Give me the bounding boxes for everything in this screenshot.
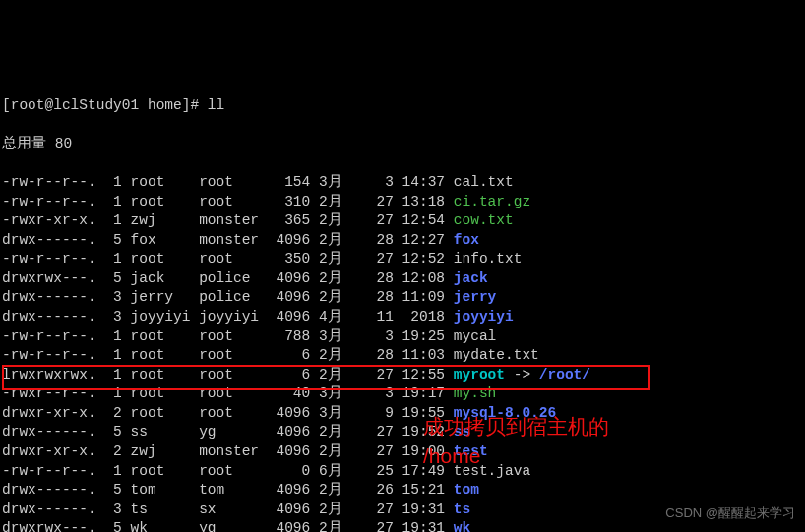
file-meta: lrwxrwxrwx. 1 root root 6 2月 27 12:55 bbox=[2, 367, 454, 383]
file-row: drwx------. 5 fox monster 4096 2月 28 12:… bbox=[2, 231, 803, 251]
file-name: test.java bbox=[454, 463, 530, 479]
file-meta: drwx------. 5 fox monster 4096 2月 28 12:… bbox=[2, 232, 454, 248]
file-name: ss bbox=[454, 424, 470, 440]
file-meta: -rw-r--r--. 1 root root 6 2月 28 11:03 bbox=[2, 347, 454, 363]
total-line: 总用量 80 bbox=[2, 135, 803, 154]
prompt-line: [root@lclStudy01 home]# ll bbox=[2, 96, 803, 116]
file-row: lrwxrwxrwx. 1 root root 6 2月 27 12:55 my… bbox=[2, 366, 803, 385]
file-name: jack bbox=[454, 270, 488, 286]
file-row: -rw-r--r--. 1 root root 154 3月 3 14:37 c… bbox=[2, 173, 803, 193]
file-meta: drwx------. 3 jerry police 4096 2月 28 11… bbox=[2, 289, 454, 305]
file-row: drwxrwx---. 5 jack police 4096 2月 28 12:… bbox=[2, 269, 803, 289]
file-name: ci.tar.gz bbox=[454, 194, 530, 209]
file-row: -rw-r--r--. 1 root root 310 2月 27 13:18 … bbox=[2, 193, 803, 212]
file-meta: -rw-r--r--. 1 root root 310 2月 27 13:18 bbox=[2, 194, 454, 209]
file-meta: -rw-r--r--. 1 root root 0 6月 25 17:49 bbox=[2, 463, 454, 479]
file-row: -rwxr-xr-x. 1 zwj monster 365 2月 27 12:5… bbox=[2, 211, 803, 231]
file-row: drwx------. 3 jerry police 4096 2月 28 11… bbox=[2, 288, 803, 308]
file-meta: -rwxr--r--. 1 root root 40 3月 3 19:17 bbox=[2, 385, 454, 401]
file-name: mysql-8.0.26 bbox=[454, 405, 556, 421]
file-meta: drwxr-xr-x. 2 root root 4096 3月 9 19:55 bbox=[2, 405, 454, 421]
file-row: drwx------. 3 joyyiyi joyyiyi 4096 4月 11… bbox=[2, 308, 803, 327]
file-row: drwxr-xr-x. 2 root root 4096 3月 9 19:55 … bbox=[2, 404, 803, 424]
file-name: cow.txt bbox=[454, 212, 514, 228]
file-meta: drwx------. 5 ss yg 4096 2月 27 19:52 bbox=[2, 424, 454, 440]
file-row: drwx------. 3 ts sx 4096 2月 27 19:31 ts bbox=[2, 501, 803, 520]
symlink-arrow: -> bbox=[505, 367, 539, 383]
file-name: mydate.txt bbox=[454, 347, 539, 363]
file-row: drwxrwx---. 5 wk yg 4096 2月 27 19:31 wk bbox=[2, 519, 803, 532]
file-meta: drwx------. 3 ts sx 4096 2月 27 19:31 bbox=[2, 502, 454, 517]
file-row: -rw-r--r--. 1 root root 0 6月 25 17:49 te… bbox=[2, 462, 803, 482]
file-meta: drwxr-xr-x. 2 zwj monster 4096 2月 27 19:… bbox=[2, 443, 454, 459]
file-meta: drwxrwx---. 5 wk yg 4096 2月 27 19:31 bbox=[2, 520, 454, 532]
file-name: joyyiyi bbox=[454, 309, 514, 325]
file-meta: -rw-r--r--. 1 root root 154 3月 3 14:37 bbox=[2, 174, 454, 190]
file-name: jerry bbox=[454, 289, 497, 305]
file-name: mycal bbox=[454, 328, 497, 344]
file-meta: drwx------. 5 tom tom 4096 2月 26 15:21 bbox=[2, 482, 454, 498]
file-row: drwx------. 5 tom tom 4096 2月 26 15:21 t… bbox=[2, 481, 803, 501]
file-listing: -rw-r--r--. 1 root root 154 3月 3 14:37 c… bbox=[2, 173, 803, 532]
file-name: fox bbox=[454, 232, 479, 248]
file-row: -rw-r--r--. 1 root root 350 2月 27 12:52 … bbox=[2, 250, 803, 269]
file-row: drwxr-xr-x. 2 zwj monster 4096 2月 27 19:… bbox=[2, 443, 803, 462]
file-row: -rwxr--r--. 1 root root 40 3月 3 19:17 my… bbox=[2, 384, 803, 404]
file-name: my.sh bbox=[454, 385, 497, 401]
file-name: info.txt bbox=[454, 251, 523, 266]
file-row: -rw-r--r--. 1 root root 788 3月 3 19:25 m… bbox=[2, 327, 803, 347]
prompt-top: [root@lclStudy01 home]# ll bbox=[2, 97, 224, 113]
file-meta: -rw-r--r--. 1 root root 788 3月 3 19:25 bbox=[2, 328, 454, 344]
file-meta: drwxrwx---. 5 jack police 4096 2月 28 12:… bbox=[2, 270, 454, 286]
file-meta: -rwxr-xr-x. 1 zwj monster 365 2月 27 12:5… bbox=[2, 212, 454, 228]
file-name: wk bbox=[454, 520, 470, 532]
file-name: myroot bbox=[454, 367, 505, 383]
file-name: test bbox=[454, 443, 488, 459]
file-row: drwx------. 5 ss yg 4096 2月 27 19:52 ss bbox=[2, 423, 803, 443]
terminal[interactable]: [root@lclStudy01 home]# ll 总用量 80 -rw-r-… bbox=[0, 77, 805, 532]
file-name: ts bbox=[454, 502, 470, 517]
file-meta: drwx------. 3 joyyiyi joyyiyi 4096 4月 11… bbox=[2, 309, 454, 325]
file-meta: -rw-r--r--. 1 root root 350 2月 27 12:52 bbox=[2, 251, 454, 266]
file-row: -rw-r--r--. 1 root root 6 2月 28 11:03 my… bbox=[2, 346, 803, 366]
symlink-target: /root/ bbox=[539, 367, 590, 383]
file-name: tom bbox=[454, 482, 479, 498]
file-name: cal.txt bbox=[454, 174, 514, 190]
